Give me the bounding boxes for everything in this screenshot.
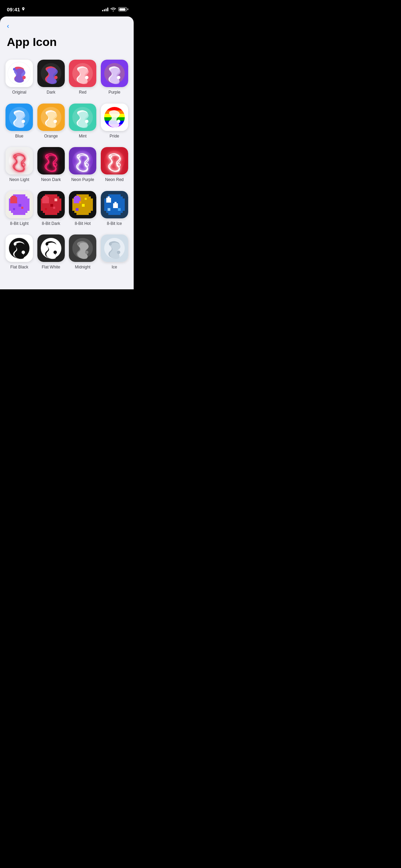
svg-rect-77 bbox=[76, 208, 78, 211]
svg-point-13 bbox=[117, 76, 120, 79]
svg-point-7 bbox=[54, 76, 58, 79]
svg-point-10 bbox=[85, 76, 88, 79]
app-icon-original bbox=[5, 60, 33, 87]
icon-label-purple: Purple bbox=[108, 90, 120, 95]
icon-label-8bit-dark: 8-Bit Dark bbox=[42, 221, 60, 227]
icon-cell-original[interactable]: Original bbox=[3, 57, 35, 99]
app-icon-neon-dark bbox=[37, 147, 65, 174]
icon-label-8bit-hot: 8-Bit Hot bbox=[75, 221, 91, 227]
icon-cell-neon-red[interactable]: Neon Red bbox=[99, 144, 131, 187]
icon-cell-neon-light[interactable]: Neon Light bbox=[3, 144, 35, 187]
svg-rect-73 bbox=[75, 196, 79, 203]
svg-rect-85 bbox=[114, 202, 117, 208]
svg-point-95 bbox=[46, 243, 48, 245]
location-icon bbox=[22, 7, 25, 12]
icon-cell-purple[interactable]: Purple bbox=[99, 57, 131, 99]
app-icon-8bit-hot bbox=[69, 191, 96, 218]
icon-cell-midnight[interactable]: Midnight bbox=[67, 232, 99, 274]
svg-point-90 bbox=[22, 251, 25, 254]
svg-point-103 bbox=[109, 243, 112, 245]
icon-label-flat-white: Flat White bbox=[42, 265, 60, 270]
svg-point-3 bbox=[22, 76, 26, 79]
app-icon-neon-red bbox=[101, 147, 128, 174]
app-icon-purple bbox=[101, 60, 128, 87]
icon-cell-flat-white[interactable]: Flat White bbox=[35, 232, 67, 274]
icon-label-mint: Mint bbox=[79, 134, 87, 139]
svg-rect-65 bbox=[53, 207, 55, 209]
icon-label-8bit-light: 8-Bit Light bbox=[10, 221, 28, 227]
icon-label-neon-red: Neon Red bbox=[105, 177, 124, 183]
status-icons bbox=[102, 7, 127, 11]
icon-cell-dark[interactable]: Dark bbox=[35, 57, 67, 99]
svg-point-4 bbox=[13, 68, 16, 71]
app-icon-pride bbox=[101, 104, 128, 131]
app-icon-flat-black bbox=[5, 234, 33, 262]
svg-rect-75 bbox=[79, 201, 81, 203]
app-icon-midnight bbox=[69, 234, 96, 262]
svg-rect-83 bbox=[108, 196, 110, 203]
svg-point-31 bbox=[117, 120, 120, 123]
svg-point-94 bbox=[53, 251, 57, 254]
icon-cell-8bit-light[interactable]: 8-Bit Light bbox=[3, 188, 35, 231]
app-icon-orange bbox=[37, 104, 65, 131]
svg-rect-55 bbox=[19, 204, 21, 207]
icon-label-ice: Ice bbox=[112, 265, 117, 270]
icon-cell-8bit-dark[interactable]: 8-Bit Dark bbox=[35, 188, 67, 231]
svg-rect-87 bbox=[108, 208, 110, 211]
status-bar: 09:41 bbox=[0, 0, 134, 16]
svg-point-91 bbox=[14, 243, 16, 245]
app-icon-blue bbox=[5, 104, 33, 131]
icon-cell-pride[interactable]: Pride bbox=[99, 101, 131, 143]
svg-rect-86 bbox=[118, 208, 121, 211]
svg-rect-64 bbox=[50, 204, 53, 207]
icon-cell-neon-purple[interactable]: Neon Purple bbox=[67, 144, 99, 187]
app-icon-dark bbox=[37, 60, 65, 87]
svg-point-16 bbox=[22, 120, 25, 123]
svg-rect-57 bbox=[13, 208, 15, 210]
icon-grid: Original Dark Red Purple Blue bbox=[0, 57, 134, 274]
page-title: App Icon bbox=[0, 33, 134, 57]
app-icon-neon-purple bbox=[69, 147, 96, 174]
icon-cell-neon-dark[interactable]: Neon Dark bbox=[35, 144, 67, 187]
app-icon-neon-light bbox=[5, 147, 33, 174]
icon-label-original: Original bbox=[12, 90, 26, 95]
icon-label-flat-black: Flat Black bbox=[10, 265, 28, 270]
app-icon-8bit-light bbox=[5, 191, 33, 218]
icon-label-pride: Pride bbox=[110, 134, 119, 139]
icon-label-neon-purple: Neon Purple bbox=[71, 177, 94, 183]
svg-point-22 bbox=[85, 120, 88, 123]
nav-bar: ‹ bbox=[0, 16, 134, 33]
icon-cell-red[interactable]: Red bbox=[67, 57, 99, 99]
icon-cell-blue[interactable]: Blue bbox=[3, 101, 35, 143]
icon-cell-8bit-ice[interactable]: 8-Bit Ice bbox=[99, 188, 131, 231]
wifi-icon bbox=[110, 7, 116, 11]
svg-rect-54 bbox=[12, 196, 16, 203]
icon-cell-ice[interactable]: Ice bbox=[99, 232, 131, 274]
icon-label-neon-dark: Neon Dark bbox=[41, 177, 61, 183]
app-icon-red bbox=[69, 60, 96, 87]
icon-label-midnight: Midnight bbox=[75, 265, 90, 270]
icon-label-blue: Blue bbox=[15, 134, 23, 139]
app-icon-mint bbox=[69, 104, 96, 131]
icon-cell-mint[interactable]: Mint bbox=[67, 101, 99, 143]
status-time: 09:41 bbox=[7, 7, 25, 12]
svg-point-98 bbox=[85, 251, 88, 254]
svg-rect-76 bbox=[85, 198, 87, 200]
app-icon-8bit-ice bbox=[101, 191, 128, 218]
app-icon-flat-white bbox=[37, 234, 65, 262]
icon-cell-flat-black[interactable]: Flat Black bbox=[3, 232, 35, 274]
app-icon-ice bbox=[101, 234, 128, 262]
svg-rect-67 bbox=[54, 198, 57, 201]
icon-label-neon-light: Neon Light bbox=[9, 177, 29, 183]
svg-rect-56 bbox=[21, 207, 23, 209]
svg-point-102 bbox=[117, 251, 120, 254]
icon-cell-orange[interactable]: Orange bbox=[35, 101, 67, 143]
back-button[interactable]: ‹ bbox=[7, 22, 9, 30]
battery-icon bbox=[118, 7, 127, 11]
icon-label-red: Red bbox=[79, 90, 86, 95]
app-icon-8bit-dark bbox=[37, 191, 65, 218]
icon-label-8bit-ice: 8-Bit Ice bbox=[107, 221, 122, 227]
icon-cell-8bit-hot[interactable]: 8-Bit Hot bbox=[67, 188, 99, 231]
main-content: ‹ App Icon Original Dark bbox=[0, 16, 134, 289]
svg-point-19 bbox=[53, 120, 57, 123]
